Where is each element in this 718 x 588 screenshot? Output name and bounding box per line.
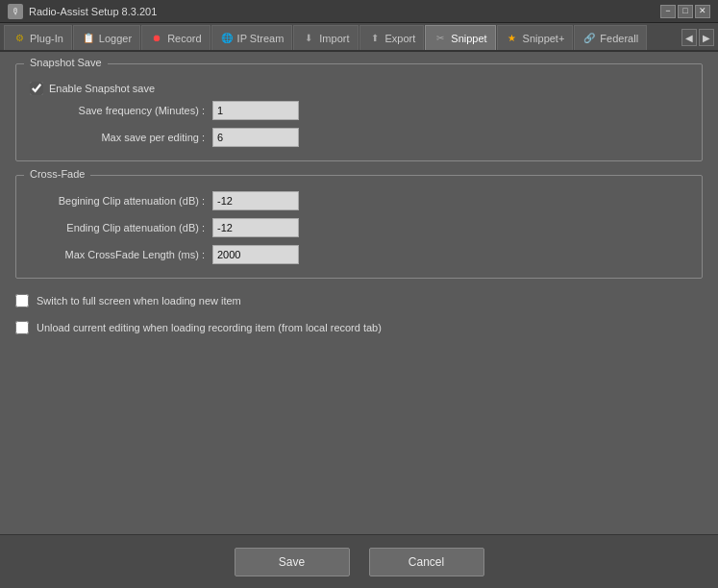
tab-import-label: Import [319, 33, 349, 44]
ending-attenuation-row: Ending Clip attenuation (dB) : [30, 218, 688, 237]
close-button[interactable]: ✕ [695, 5, 710, 18]
maximize-button[interactable]: □ [678, 5, 693, 18]
save-frequency-input[interactable] [212, 101, 299, 120]
unload-checkbox[interactable] [15, 321, 29, 334]
button-bar: Save Cancel [0, 534, 718, 588]
tab-plugin[interactable]: ⚙ Plug-In [4, 25, 72, 50]
beginning-attenuation-input[interactable] [212, 191, 299, 210]
tab-snippetplus-label: Snippet+ [523, 33, 565, 44]
window-title: Radio-Assist Setup 8.3.201 [29, 6, 157, 17]
title-bar-left: 🎙 Radio-Assist Setup 8.3.201 [8, 4, 157, 19]
plugin-icon: ⚙ [12, 32, 26, 45]
minimize-button[interactable]: − [660, 5, 676, 18]
save-button[interactable]: Save [235, 548, 350, 576]
enable-snapshot-checkbox[interactable] [30, 82, 43, 95]
tab-federall-label: Federall [600, 33, 638, 44]
max-crossfade-row: Max CrossFade Length (ms) : [30, 245, 688, 264]
enable-snapshot-row: Enable Snapshot save [30, 82, 688, 95]
tab-snippet-label: Snippet [451, 33, 486, 44]
import-icon: ⬇ [302, 32, 315, 45]
enable-snapshot-label: Enable Snapshot save [49, 83, 155, 94]
tab-federall[interactable]: 🔗 Federall [574, 25, 647, 50]
tab-ipstream[interactable]: 🌐 IP Stream [211, 25, 293, 50]
beginning-attenuation-label: Begining Clip attenuation (dB) : [30, 195, 212, 207]
ipstream-icon: 🌐 [220, 32, 234, 45]
ending-attenuation-label: Ending Clip attenuation (dB) : [30, 222, 212, 233]
tab-ipstream-label: IP Stream [237, 33, 285, 44]
tab-logger[interactable]: 📋 Logger [73, 25, 140, 50]
snapshot-save-group: Snapshot Save Enable Snapshot save Save … [15, 63, 703, 161]
tab-logger-label: Logger [99, 33, 132, 44]
cross-fade-group: Cross-Fade Begining Clip attenuation (dB… [15, 175, 703, 279]
export-icon: ⬆ [368, 32, 382, 45]
tab-record-label: Record [167, 33, 201, 44]
title-bar: 🎙 Radio-Assist Setup 8.3.201 − □ ✕ [0, 0, 718, 23]
tab-export[interactable]: ⬆ Export [359, 25, 425, 50]
tab-bar: ⚙ Plug-In 📋 Logger ⏺ Record 🌐 IP Stream … [0, 23, 718, 52]
save-frequency-row: Save frequency (Minutes) : [30, 101, 688, 120]
max-crossfade-label: Max CrossFade Length (ms) : [30, 249, 212, 260]
cancel-button[interactable]: Cancel [369, 548, 484, 576]
fullscreen-label: Switch to full screen when loading new i… [37, 295, 241, 306]
record-icon: ⏺ [150, 32, 163, 45]
unload-label: Unload current editing when loading reco… [37, 322, 382, 333]
beginning-attenuation-row: Begining Clip attenuation (dB) : [30, 191, 688, 210]
fullscreen-check-row: Switch to full screen when loading new i… [15, 292, 703, 309]
title-bar-controls: − □ ✕ [660, 5, 710, 18]
ending-attenuation-input[interactable] [212, 218, 299, 237]
snapshot-save-legend: Snapshot Save [24, 57, 108, 68]
main-content: Snapshot Save Enable Snapshot save Save … [0, 52, 718, 534]
tab-snippet[interactable]: ✂ Snippet [425, 25, 495, 50]
snippet-icon: ✂ [433, 32, 447, 45]
fullscreen-checkbox[interactable] [15, 294, 29, 307]
tab-plugin-label: Plug-In [30, 33, 63, 44]
app-icon: 🎙 [8, 4, 23, 19]
tab-nav-left-button[interactable]: ◀ [681, 29, 697, 46]
logger-icon: 📋 [82, 32, 95, 45]
tab-snippetplus[interactable]: ★ Snippet+ [497, 25, 574, 50]
save-frequency-label: Save frequency (Minutes) : [30, 105, 212, 116]
max-save-label: Max save per editing : [30, 132, 212, 143]
tab-import[interactable]: ⬇ Import [293, 25, 358, 50]
max-save-input[interactable] [212, 128, 299, 147]
tab-nav-right: ◀ ▶ [681, 29, 714, 50]
tab-export-label: Export [385, 33, 416, 44]
tab-nav-right-button[interactable]: ▶ [699, 29, 714, 46]
max-save-row: Max save per editing : [30, 128, 688, 147]
cross-fade-legend: Cross-Fade [24, 168, 90, 180]
federall-icon: 🔗 [582, 32, 596, 45]
snippetplus-icon: ★ [506, 32, 519, 45]
max-crossfade-input[interactable] [212, 245, 299, 264]
tab-record[interactable]: ⏺ Record [141, 25, 210, 50]
unload-check-row: Unload current editing when loading reco… [15, 319, 703, 336]
